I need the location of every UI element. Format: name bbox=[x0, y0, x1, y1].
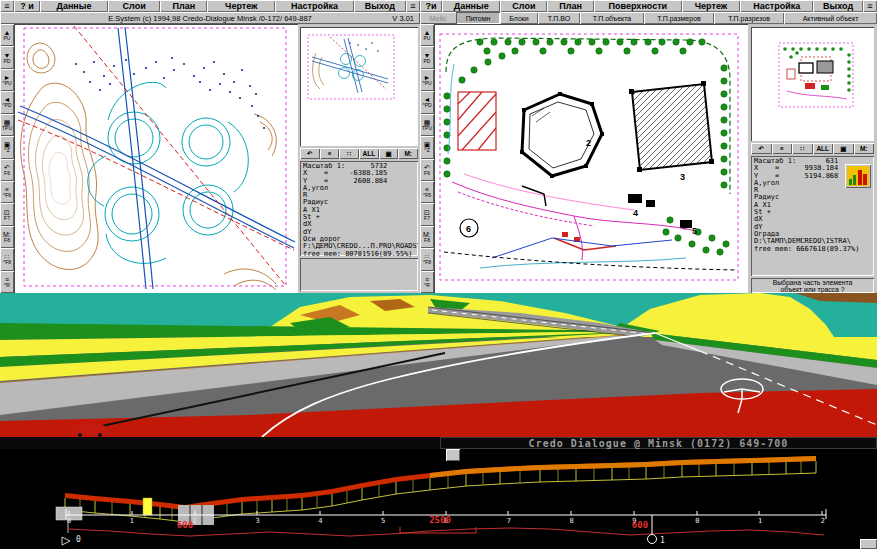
window-control-box[interactable] bbox=[446, 449, 460, 461]
site-plan-drawing: 2 3 4 5 6 bbox=[434, 24, 748, 293]
marker-label: 1 bbox=[660, 536, 665, 545]
previous-view-button[interactable]: «^F6 bbox=[0, 181, 14, 203]
profile-view[interactable]: 0123456789012 600 2500 600 0 1 bbox=[0, 449, 877, 549]
grid-view-button[interactable]: ▦ТPU bbox=[0, 114, 14, 136]
menu-help[interactable]: ?и bbox=[420, 0, 442, 12]
menu-item-poverkhnosti[interactable]: Поверхности bbox=[594, 0, 682, 12]
zoom-window-button[interactable]: ▣^Z bbox=[420, 136, 434, 158]
view-back-button[interactable]: « bbox=[772, 143, 793, 154]
zoom-all-button[interactable]: ALL bbox=[359, 148, 379, 159]
right-panel-buttons: ↶«∷ALL▣М: bbox=[751, 143, 874, 154]
plan-canvas-interchange[interactable] bbox=[14, 24, 298, 293]
scale-input-button[interactable]: М:F8 bbox=[420, 226, 434, 248]
view-undo-button[interactable]: ↶ bbox=[300, 148, 320, 159]
tab-tp-razmerov[interactable]: Т.П.размеров bbox=[644, 12, 714, 24]
scroll-up-button-label: PU bbox=[4, 36, 11, 41]
scroll-left-button[interactable]: ◄^PD bbox=[0, 91, 14, 113]
menu-item-dannye[interactable]: Данные bbox=[40, 0, 108, 12]
left-prompt-box bbox=[300, 258, 418, 291]
plan-canvas-site[interactable]: 2 3 4 5 6 bbox=[434, 24, 748, 293]
menu-grip2-icon[interactable]: ≡ bbox=[406, 0, 420, 12]
menu-item-chertezh[interactable]: Чертеж bbox=[682, 0, 740, 12]
zoom-box-button[interactable]: ▣ bbox=[379, 148, 399, 159]
scale-input-button[interactable]: М:F8 bbox=[0, 226, 14, 248]
tab-aktivny-obekt[interactable]: Активный объект bbox=[784, 12, 877, 24]
zoom-extents-button[interactable]: ⊡F7 bbox=[0, 203, 14, 225]
menu-item-sloi[interactable]: Слои bbox=[500, 0, 547, 12]
zoom-all-button[interactable]: ALL bbox=[813, 143, 834, 154]
info-line: Оси дорог bbox=[300, 236, 418, 243]
menu-item-vykhod[interactable]: Выход bbox=[354, 0, 406, 12]
menu-grip-icon[interactable]: ≡ bbox=[0, 0, 14, 12]
menu-help[interactable]: ? и bbox=[14, 0, 40, 12]
view-undo-button[interactable]: ↶ bbox=[751, 143, 772, 154]
menu-grip-icon[interactable]: ≡ bbox=[863, 0, 877, 12]
menu-item-plan[interactable]: План bbox=[160, 0, 207, 12]
menu-item-nastroika[interactable]: Настройка bbox=[275, 0, 353, 12]
view-pan-button[interactable]: ∷ bbox=[792, 143, 813, 154]
scroll-up-button[interactable]: ▲PU bbox=[420, 24, 434, 46]
tab-pitomn[interactable]: Питомн bbox=[456, 12, 500, 24]
bottom-window-title: Credo Dialogue @ Minsk (0172) 649-700 bbox=[440, 437, 877, 449]
zoom-extents-button[interactable]: ⊡F7 bbox=[420, 203, 434, 225]
redraw-button-label: ^R bbox=[424, 283, 430, 288]
view-back-button[interactable]: « bbox=[320, 148, 340, 159]
scroll-down-button-label: PD bbox=[424, 59, 431, 64]
info-line: R bbox=[751, 187, 874, 194]
scroll-left-button[interactable]: ◄^PD bbox=[420, 91, 434, 113]
info-line: Ограда bbox=[751, 231, 874, 238]
tab-tpvo[interactable]: Т.П.ВО bbox=[538, 12, 580, 24]
histogram-icon[interactable] bbox=[845, 164, 871, 188]
previous-view-button-label: ^F6 bbox=[423, 193, 431, 198]
info-line: Масштаб 1: 5732 bbox=[300, 163, 418, 170]
info-line: А X1 bbox=[751, 202, 874, 209]
scroll-right-button[interactable]: ►^PU bbox=[0, 69, 14, 91]
menu-item-sloi[interactable]: Слои bbox=[108, 0, 160, 12]
grid-view-button-label: ТPU bbox=[422, 126, 432, 131]
info-line: dY bbox=[300, 229, 418, 236]
previous-view-button[interactable]: «^F6 bbox=[420, 181, 434, 203]
right-minimap[interactable] bbox=[751, 27, 874, 141]
left-side-panel: ↶«∷ALL▣М: Масштаб 1: 5732X = -6388.185Y … bbox=[298, 24, 420, 293]
grid-view-button[interactable]: ▦ТPU bbox=[420, 114, 434, 136]
scroll-up-button[interactable]: ▲PU bbox=[0, 24, 14, 46]
menu-item-chertezh[interactable]: Чертеж bbox=[207, 0, 275, 12]
point-snap-button[interactable]: ∷^F8 bbox=[420, 248, 434, 270]
dimension-label-right: 600 bbox=[625, 520, 655, 530]
undo-view-button[interactable]: ↶F6 bbox=[420, 159, 434, 181]
dimension-label-mid: 2500 bbox=[418, 515, 462, 525]
building-label-2: 2 bbox=[586, 138, 591, 148]
tab-tp-razrezov[interactable]: Т.П.разрезов bbox=[714, 12, 784, 24]
menu-item-nastroika[interactable]: Настройка bbox=[740, 0, 813, 12]
left-panel-buttons: ↶«∷ALL▣М: bbox=[300, 148, 418, 159]
menu-item-plan[interactable]: План bbox=[547, 0, 594, 12]
zoom-window-button[interactable]: ▣^Z bbox=[0, 136, 14, 158]
tab-tp-obekta[interactable]: Т.П.объекта bbox=[580, 12, 644, 24]
info-line: free mem: 80781516(89.55%) bbox=[300, 251, 418, 258]
view-scale-button[interactable]: М: bbox=[854, 143, 875, 154]
ruler-tick-label: 3 bbox=[252, 517, 262, 525]
left-minimap[interactable] bbox=[300, 27, 418, 146]
left-info-panel: Масштаб 1: 5732X = -6388.185Y = 2608.884… bbox=[300, 161, 418, 256]
redraw-button[interactable]: ≡^R bbox=[420, 271, 434, 293]
point-snap-button-label: ^F8 bbox=[3, 260, 11, 265]
ruler-tick-label: 4 bbox=[315, 517, 325, 525]
right-view-toolbar: ▲PU▼PD►^PU◄^PD▦ТPU▣^Z↶F6«^F6⊡F7М:F8∷^F8≡… bbox=[420, 24, 434, 293]
zoom-box-button[interactable]: ▣ bbox=[833, 143, 854, 154]
point-snap-button[interactable]: ∷^F8 bbox=[0, 248, 14, 270]
resize-handle[interactable] bbox=[860, 539, 877, 549]
scroll-down-button[interactable]: ▼PD bbox=[420, 46, 434, 68]
redraw-button[interactable]: ≡^R bbox=[0, 271, 14, 293]
plan-window-right: ?и Данные Слои План Поверхности Чертеж Н… bbox=[420, 0, 877, 293]
scroll-down-button[interactable]: ▼PD bbox=[0, 46, 14, 68]
scroll-right-button[interactable]: ►^PU bbox=[420, 69, 434, 91]
tab-bloki[interactable]: Блоки bbox=[500, 12, 538, 24]
redraw-button-label: ^R bbox=[4, 283, 10, 288]
menu-item-dannye[interactable]: Данные bbox=[442, 0, 500, 12]
undo-view-button[interactable]: ↶F6 bbox=[0, 159, 14, 181]
view-pan-button[interactable]: ∷ bbox=[339, 148, 359, 159]
zoom-window-button-label: ^Z bbox=[4, 148, 9, 153]
perspective-view[interactable] bbox=[0, 293, 877, 437]
menu-item-vykhod[interactable]: Выход bbox=[813, 0, 863, 12]
view-scale-button[interactable]: М: bbox=[398, 148, 418, 159]
